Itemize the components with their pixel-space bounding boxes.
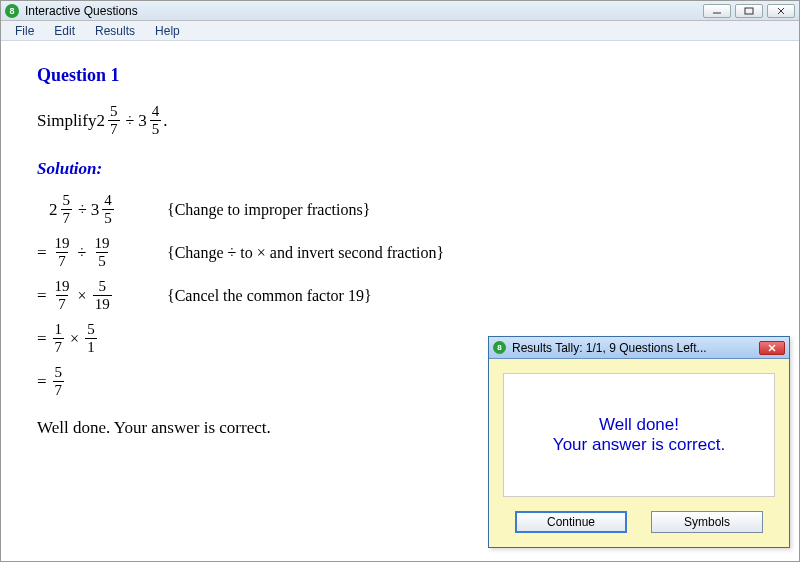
operator: ×	[70, 330, 79, 348]
denominator: 7	[56, 295, 68, 312]
fraction-1: 5 7	[108, 104, 120, 137]
step-math: = 19 7 × 5 19	[37, 279, 167, 312]
minimize-button[interactable]	[703, 4, 731, 18]
divide-symbol: ÷	[126, 112, 135, 130]
svg-rect-1	[745, 8, 753, 14]
dialog-message-box: Well done! Your answer is correct.	[503, 373, 775, 497]
solution-step: = 19 7 ÷ 19 5 {Change ÷ to × and invert …	[37, 236, 763, 269]
step-math: = 1 7 × 5 1	[37, 322, 167, 355]
fraction: 1 7	[53, 322, 65, 355]
fraction: 19 7	[53, 236, 72, 269]
mixed-fraction: 2 5 7	[49, 193, 74, 226]
denominator: 7	[61, 209, 73, 226]
step-note: {Change to improper fractions}	[167, 201, 370, 219]
solution-step: = 19 7 × 5 19 {Cancel the common factor …	[37, 279, 763, 312]
menu-edit[interactable]: Edit	[44, 22, 85, 40]
dialog-button-row: Continue Symbols	[503, 511, 775, 533]
numerator: 5	[108, 104, 120, 120]
menu-file[interactable]: File	[5, 22, 44, 40]
step-note: {Cancel the common factor 19}	[167, 287, 372, 305]
solution-step: 2 5 7 ÷ 3 4 5 {Change to improper fracti…	[37, 193, 763, 226]
denominator: 5	[150, 120, 162, 137]
equals: =	[37, 286, 47, 306]
menu-results[interactable]: Results	[85, 22, 145, 40]
menubar: File Edit Results Help	[1, 21, 799, 41]
dialog-message-line1: Well done!	[599, 415, 679, 435]
numerator: 5	[61, 193, 73, 209]
numerator: 19	[53, 236, 72, 252]
menu-help[interactable]: Help	[145, 22, 190, 40]
close-button[interactable]	[767, 4, 795, 18]
fraction: 5 1	[85, 322, 97, 355]
window-title: Interactive Questions	[25, 4, 138, 18]
close-icon	[776, 7, 786, 15]
window-controls	[703, 4, 795, 18]
denominator: 7	[53, 381, 65, 398]
numerator: 5	[85, 322, 97, 338]
step-math: 2 5 7 ÷ 3 4 5	[37, 193, 167, 226]
numerator: 4	[150, 104, 162, 120]
question-title: Question 1	[37, 65, 763, 86]
dialog-titlebar: 8 Results Tally: 1/1, 9 Questions Left..…	[489, 337, 789, 359]
dialog-title: Results Tally: 1/1, 9 Questions Left...	[512, 341, 707, 355]
denominator: 7	[53, 338, 65, 355]
mixed-fraction-2: 3 4 5	[138, 104, 163, 137]
equals: =	[37, 329, 47, 349]
denominator: 19	[93, 295, 112, 312]
mixed-fraction-1: 2 5 7	[97, 104, 122, 137]
denominator: 1	[85, 338, 97, 355]
whole-1: 2	[97, 111, 106, 131]
denominator: 7	[108, 120, 120, 137]
dialog-body: Well done! Your answer is correct. Conti…	[489, 359, 789, 547]
question-prompt: Simplify 2 5 7 ÷ 3 4 5 .	[37, 104, 763, 137]
denominator: 5	[96, 252, 108, 269]
step-math: = 5 7	[37, 365, 167, 398]
dialog-icon: 8	[493, 341, 506, 354]
equals: =	[37, 243, 47, 263]
titlebar: 8 Interactive Questions	[1, 1, 799, 21]
period: .	[163, 111, 167, 131]
fraction: 4 5	[102, 193, 114, 226]
close-icon	[767, 344, 777, 352]
operator: ÷	[78, 244, 87, 262]
denominator: 5	[102, 209, 114, 226]
step-note: {Change ÷ to × and invert second fractio…	[167, 244, 444, 262]
numerator: 4	[102, 193, 114, 209]
whole-2: 3	[138, 111, 147, 131]
numerator: 19	[92, 236, 111, 252]
main-window: 8 Interactive Questions File Edit Result…	[0, 0, 800, 562]
operator: ÷	[78, 201, 87, 219]
dialog-close-button[interactable]	[759, 341, 785, 355]
step-math: = 19 7 ÷ 19 5	[37, 236, 167, 269]
numerator: 5	[96, 279, 108, 295]
continue-button[interactable]: Continue	[515, 511, 627, 533]
whole: 2	[49, 200, 58, 220]
fraction: 19 7	[53, 279, 72, 312]
fraction: 5 7	[61, 193, 73, 226]
operator: ×	[78, 287, 87, 305]
solution-label: Solution:	[37, 159, 763, 179]
equals: =	[37, 372, 47, 392]
maximize-button[interactable]	[735, 4, 763, 18]
prompt-prefix: Simplify	[37, 111, 97, 131]
fraction: 19 5	[92, 236, 111, 269]
numerator: 1	[53, 322, 65, 338]
numerator: 19	[53, 279, 72, 295]
fraction-2: 4 5	[150, 104, 162, 137]
denominator: 7	[56, 252, 68, 269]
symbols-button[interactable]: Symbols	[651, 511, 763, 533]
minimize-icon	[712, 7, 722, 15]
mixed-fraction: 3 4 5	[91, 193, 116, 226]
dialog-message-line2: Your answer is correct.	[553, 435, 725, 455]
fraction: 5 19	[93, 279, 112, 312]
maximize-icon	[744, 7, 754, 15]
results-tally-dialog: 8 Results Tally: 1/1, 9 Questions Left..…	[488, 336, 790, 548]
app-icon: 8	[5, 4, 19, 18]
whole: 3	[91, 200, 100, 220]
numerator: 5	[53, 365, 65, 381]
fraction: 5 7	[53, 365, 65, 398]
